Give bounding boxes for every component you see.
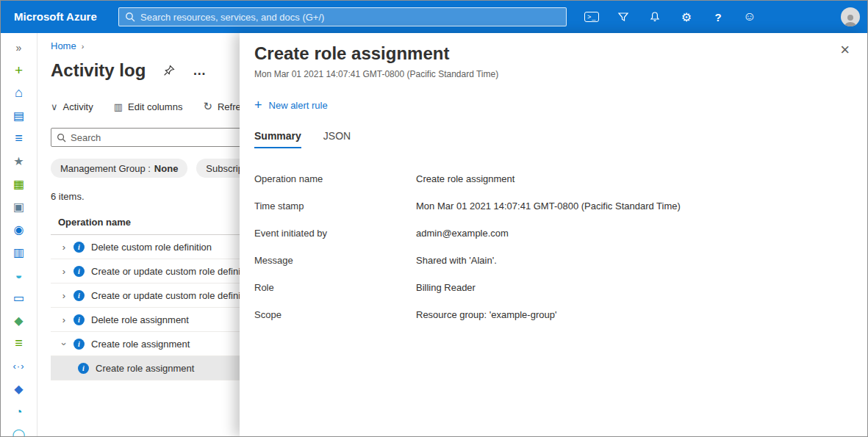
azure-brand[interactable]: Microsoft Azure [14, 1, 97, 33]
expand-chevron-icon[interactable]: › [58, 314, 70, 325]
row-label: Delete custom role definition [91, 242, 212, 253]
expand-chevron-icon[interactable]: › [58, 242, 70, 253]
more-options-ellipsis-icon[interactable]: … [193, 63, 206, 79]
plus-icon: + [254, 98, 262, 112]
panel-title: Create role assignment [254, 43, 853, 64]
page-title: Activity log [51, 60, 146, 81]
detail-value: Create role assignment [416, 172, 514, 187]
expand-chevron-icon[interactable]: › [58, 266, 70, 277]
panel-subtitle: Mon Mar 01 2021 14:07:41 GMT-0800 (Pacif… [254, 69, 853, 79]
detail-row: Time stamp Mon Mar 01 2021 14:07:41 GMT-… [254, 199, 853, 214]
info-icon: i [73, 266, 85, 277]
detail-label: Scope [254, 308, 416, 322]
sidebar-collapse-chevron-icon[interactable]: » [1, 36, 37, 59]
items-count: 6 items. [51, 191, 110, 202]
avatar[interactable] [841, 7, 860, 26]
summary-details: Operation name Create role assignment Ti… [254, 172, 853, 322]
new-alert-rule-button[interactable]: + New alert rule [254, 98, 328, 112]
detail-row: Event initiated by admin@example.com [254, 226, 853, 241]
all-services-icon[interactable]: ≡ [1, 127, 37, 150]
filter-search-input[interactable] [71, 132, 265, 143]
row-label: Create or update custom role definition [91, 290, 256, 301]
cosmos-db-icon[interactable]: ◒ [1, 264, 37, 286]
tab-json[interactable]: JSON [323, 130, 351, 148]
detail-row: Message Shared with 'Alain'. [254, 253, 853, 268]
app-services-icon[interactable]: ◉ [1, 218, 37, 241]
detail-value: Billing Reader [416, 281, 476, 295]
virtual-machines-icon[interactable]: ▭ [1, 286, 37, 309]
all-resources-icon[interactable]: ▦ [1, 173, 37, 195]
directory-filter-icon[interactable] [616, 10, 631, 24]
settings-gear-icon[interactable]: ⚙ [679, 10, 694, 24]
help-icon[interactable]: ? [711, 10, 725, 24]
global-search-input[interactable] [140, 12, 560, 23]
info-icon: i [73, 290, 85, 301]
breadcrumb: Home › [51, 40, 102, 51]
row-label: Create role assignment [96, 363, 194, 374]
topbar-icons: >_ ⚙ ? ☺ [584, 1, 757, 33]
row-label: Create role assignment [91, 339, 190, 350]
breadcrumb-home-link[interactable]: Home [51, 40, 76, 51]
sql-databases-icon[interactable]: ▥ [1, 241, 37, 264]
detail-row: Operation name Create role assignment [254, 172, 853, 187]
detail-value: Mon Mar 01 2021 14:07:41 GMT-0800 (Pacif… [416, 199, 681, 214]
global-search[interactable] [118, 7, 567, 26]
detail-value: Resource group: 'example-group' [416, 308, 556, 322]
left-sidebar: » + ⌂ ▤ ≡ ★ ▦ ▣ ◉ ▥ ◒ ▭ ◆ ≡ ‹·› ◆ ◔ ◯ [1, 33, 37, 436]
management-group-filter-pill[interactable]: Management Group : None [51, 159, 187, 178]
info-icon: i [73, 339, 85, 350]
cloud-shell-icon[interactable]: >_ [584, 10, 599, 24]
top-bar: Microsoft Azure >_ ⚙ ? ☺ [1, 1, 867, 33]
monitor-icon[interactable]: ◔ [1, 400, 37, 423]
search-icon [125, 12, 135, 22]
refresh-icon: ↻ [203, 100, 212, 113]
feedback-smiley-icon[interactable]: ☺ [742, 10, 757, 24]
info-icon: i [73, 242, 85, 253]
create-resource-icon[interactable]: + [1, 59, 37, 82]
detail-row: Role Billing Reader [254, 281, 853, 295]
more-service-icon[interactable]: ◯ [1, 423, 37, 437]
azure-ad-icon[interactable]: ◆ [1, 378, 37, 400]
row-label: Create or update custom role definition [91, 266, 256, 277]
pin-icon[interactable] [163, 65, 175, 76]
edit-columns-button[interactable]: ▥ Edit columns [114, 101, 183, 112]
storage-accounts-icon[interactable]: ≡ [1, 332, 37, 355]
detail-label: Operation name [254, 172, 416, 187]
detail-value: admin@example.com [416, 226, 509, 241]
chevron-down-icon: ∨ [51, 101, 58, 112]
azure-portal: Microsoft Azure >_ ⚙ ? ☺ » + ⌂ ▤ ≡ ★ ▦ [0, 0, 868, 437]
dashboard-icon[interactable]: ▤ [1, 104, 37, 127]
detail-label: Event initiated by [254, 226, 416, 241]
virtual-networks-icon[interactable]: ‹·› [1, 355, 37, 378]
breadcrumb-chevron-icon: › [82, 42, 85, 51]
notifications-bell-icon[interactable] [648, 10, 662, 24]
home-icon[interactable]: ⌂ [1, 82, 37, 104]
activity-dropdown[interactable]: ∨ Activity [51, 101, 93, 112]
expand-chevron-icon[interactable]: › [58, 290, 70, 301]
search-icon [57, 133, 66, 142]
favorites-star-icon[interactable]: ★ [1, 150, 37, 173]
load-balancers-icon[interactable]: ◆ [1, 309, 37, 332]
info-icon: i [73, 314, 85, 325]
columns-icon: ▥ [114, 101, 123, 112]
info-icon: i [78, 363, 89, 374]
person-icon [843, 13, 858, 26]
event-detail-panel: × Create role assignment Mon Mar 01 2021… [240, 33, 867, 436]
close-icon[interactable]: × [840, 42, 850, 58]
detail-value: Shared with 'Alain'. [416, 253, 497, 268]
row-label: Delete role assignment [91, 314, 189, 325]
collapse-chevron-icon[interactable]: › [59, 338, 70, 350]
tab-summary[interactable]: Summary [254, 130, 301, 148]
panel-tabs: Summary JSON [254, 130, 853, 148]
detail-label: Role [254, 281, 416, 295]
detail-label: Message [254, 253, 416, 268]
filter-search-box[interactable] [51, 128, 271, 147]
detail-label: Time stamp [254, 199, 416, 214]
detail-row: Scope Resource group: 'example-group' [254, 308, 853, 322]
resource-groups-icon[interactable]: ▣ [1, 195, 37, 218]
